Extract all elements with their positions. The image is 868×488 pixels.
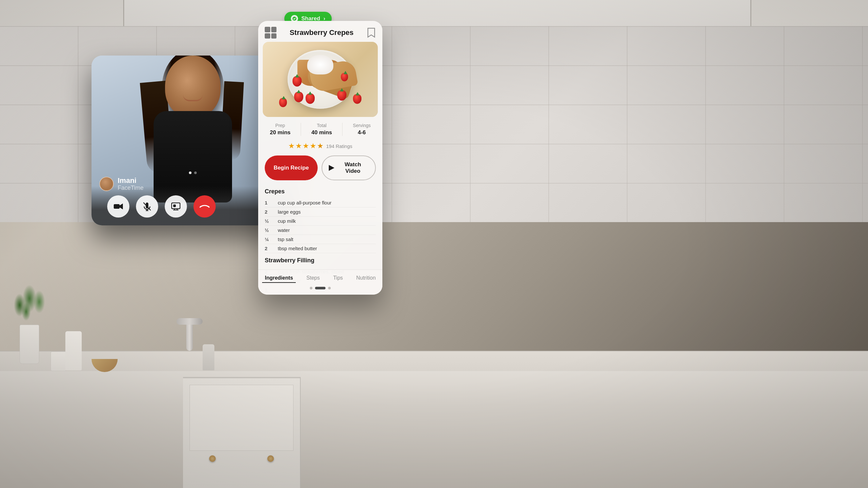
name-salt: tsp salt	[278, 236, 293, 242]
action-buttons: Begin Recipe Watch Video	[258, 156, 382, 187]
tab-dot-indicators	[258, 287, 382, 289]
recipe-card: Strawberry Crepes Prep 20 mins	[258, 21, 382, 295]
grid-cell-3	[265, 33, 270, 39]
plant	[10, 266, 49, 364]
grid-cell-2	[271, 27, 277, 32]
stats-row: Prep 20 mins Total 40 mins Servings 4-6	[258, 117, 382, 140]
screen-share-button[interactable]	[165, 195, 187, 218]
end-call-button[interactable]	[193, 195, 216, 218]
soap-dispenser	[203, 344, 214, 370]
svg-rect-5	[173, 204, 176, 207]
tab-dot-1	[310, 287, 312, 289]
recipe-header: Strawberry Crepes	[258, 21, 382, 42]
ingredient-eggs: 2 large eggs	[265, 207, 376, 217]
total-value: 40 mins	[311, 129, 332, 136]
lower-cabinet	[183, 377, 301, 488]
dot-2	[194, 171, 197, 174]
total-label: Total	[311, 123, 332, 128]
kitchen-counter	[0, 351, 868, 488]
strawberry-3	[337, 90, 346, 101]
recipe-image	[263, 42, 378, 117]
servings-value: 4-6	[353, 129, 371, 136]
prep-stat: Prep 20 mins	[270, 123, 290, 136]
ingredient-milk: ½ cup milk	[265, 217, 376, 226]
ingredient-flour: 1 cup cup all-purpose flour	[265, 198, 376, 207]
plant-leaves	[10, 266, 49, 331]
caller-name: Imani	[118, 177, 144, 185]
recipe-title: Strawberry Crepes	[277, 28, 367, 37]
ingredient-salt: ¼ tsp salt	[265, 235, 376, 244]
tabs-row: Ingredients Steps Tips Nutrition	[258, 274, 382, 283]
star-1: ★	[288, 142, 295, 150]
strawberry-5	[341, 73, 348, 82]
watch-video-label: Watch Video	[337, 161, 369, 174]
crepes-section-title: Crepes	[265, 188, 376, 195]
cabinet-knob	[209, 455, 216, 462]
cabinet-knob	[267, 455, 274, 462]
qty-salt: ¼	[265, 236, 275, 242]
person-head	[165, 56, 221, 118]
tab-dot-3	[328, 287, 331, 289]
grid-cell-4	[271, 33, 277, 39]
avatar	[99, 177, 114, 191]
total-stat: Total 40 mins	[311, 123, 332, 136]
avatar-face	[100, 177, 113, 190]
counter-mug	[51, 352, 66, 371]
watch-video-button[interactable]: Watch Video	[321, 156, 376, 180]
strawberry-1	[294, 92, 303, 102]
strawberry-6	[279, 98, 287, 107]
tab-ingredients[interactable]: Ingredients	[262, 274, 296, 283]
tab-tips[interactable]: Tips	[331, 274, 345, 283]
bookmark-icon[interactable]	[367, 27, 376, 38]
stat-divider-2	[342, 123, 342, 136]
stat-divider-1	[301, 123, 301, 136]
star-4: ★	[310, 142, 316, 150]
name-flour: cup cup all-purpose flour	[278, 200, 331, 205]
rating-row: ★ ★ ★ ★ ★ 194 Ratings	[258, 140, 382, 156]
tab-nutrition[interactable]: Nutrition	[353, 274, 378, 283]
name-eggs: large eggs	[278, 209, 301, 215]
dot-1	[189, 171, 191, 174]
qty-flour: 1	[265, 200, 275, 205]
strawberry-2	[306, 93, 315, 104]
prep-label: Prep	[270, 123, 290, 128]
grid-cell-1	[265, 27, 270, 32]
rating-count: 194 Ratings	[326, 143, 352, 149]
grid-icon[interactable]	[265, 27, 277, 38]
servings-stat: Servings 4-6	[353, 123, 371, 136]
qty-milk: ½	[265, 218, 275, 224]
begin-recipe-button[interactable]: Begin Recipe	[265, 156, 318, 180]
tab-dot-2	[315, 287, 326, 289]
star-5: ★	[317, 142, 323, 150]
qty-water: ½	[265, 227, 275, 233]
ingredient-water: ½ water	[265, 226, 376, 235]
servings-label: Servings	[353, 123, 371, 128]
tab-steps[interactable]: Steps	[304, 274, 322, 283]
plant-vase	[20, 325, 39, 364]
filling-section-title: Strawberry Filling	[265, 257, 376, 264]
qty-butter: 2	[265, 246, 275, 251]
play-icon	[329, 165, 334, 171]
mute-button[interactable]	[136, 195, 158, 218]
camera-button[interactable]	[107, 195, 129, 218]
star-rating: ★ ★ ★ ★ ★	[288, 142, 323, 150]
caller-app: FaceTime	[118, 185, 144, 191]
bottom-tabs: Ingredients Steps Tips Nutrition	[258, 269, 382, 295]
prep-value: 20 mins	[270, 129, 290, 136]
svg-rect-0	[114, 204, 120, 209]
food-plate	[287, 50, 353, 109]
person-smile	[183, 95, 203, 101]
name-water: water	[278, 227, 290, 233]
faucet	[186, 318, 193, 351]
qty-eggs: 2	[265, 209, 275, 215]
strawberry-7	[353, 94, 362, 104]
counter-vase	[65, 331, 82, 370]
name-milk: cup milk	[278, 218, 296, 224]
caller-details: Imani FaceTime	[118, 177, 144, 191]
ingredient-butter: 2 tbsp melted butter	[265, 244, 376, 253]
strawberry-4	[292, 76, 302, 87]
name-butter: tbsp melted butter	[278, 246, 317, 251]
star-3: ★	[303, 142, 309, 150]
whipped-cream	[307, 55, 333, 74]
star-2: ★	[296, 142, 302, 150]
